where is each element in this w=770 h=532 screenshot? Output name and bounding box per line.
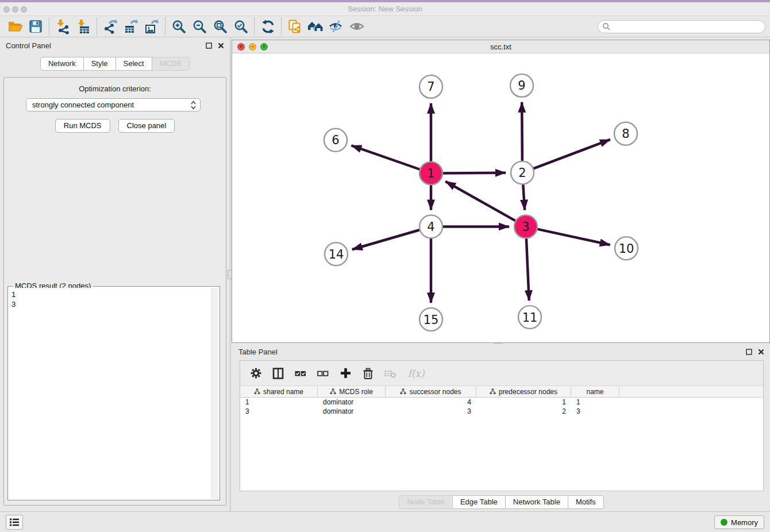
add-column-button[interactable] xyxy=(339,367,352,380)
zoom-in-button[interactable] xyxy=(168,17,189,36)
graph-node-6[interactable]: 6 xyxy=(324,129,347,152)
table-row[interactable]: 1 dominator 4 1 1 xyxy=(240,398,763,407)
delete-table-button[interactable] xyxy=(384,367,396,380)
close-panel-button[interactable]: Close panel xyxy=(118,119,175,133)
column-header-shared-name[interactable]: shared name xyxy=(240,386,318,397)
apply-layout-button[interactable] xyxy=(257,17,278,36)
cell-successor-nodes[interactable]: 4 xyxy=(386,398,476,407)
deselect-all-rows-button[interactable] xyxy=(317,367,329,380)
split-table-button[interactable] xyxy=(272,367,284,380)
cell-predecessor-nodes[interactable]: 2 xyxy=(476,407,571,416)
table-row[interactable]: 3 dominator 3 2 3 xyxy=(240,407,763,416)
tab-style[interactable]: Style xyxy=(84,57,116,71)
mcds-result-text[interactable]: 1 3 xyxy=(9,288,211,499)
select-all-rows-button[interactable] xyxy=(294,367,307,380)
column-header-name[interactable]: name xyxy=(571,386,619,397)
export-table-button[interactable] xyxy=(121,17,141,36)
svg-text:6: 6 xyxy=(332,133,339,147)
search-input[interactable] xyxy=(598,20,765,33)
float-panel-icon[interactable] xyxy=(206,43,212,49)
tab-node-table[interactable]: Node Table xyxy=(399,495,453,509)
network-canvas[interactable]: 7968124314101511 xyxy=(232,54,769,342)
function-builder-button[interactable]: f(x) xyxy=(406,367,426,380)
float-table-panel-icon[interactable] xyxy=(746,349,752,355)
zoom-selected-button[interactable] xyxy=(230,17,251,36)
graph-node-3[interactable]: 3 xyxy=(514,215,537,238)
cell-shared-name[interactable]: 3 xyxy=(240,407,318,416)
graph-edge-2-3[interactable] xyxy=(523,184,525,210)
cell-successor-nodes[interactable]: 3 xyxy=(386,407,476,416)
cell-mcds-role[interactable]: dominator xyxy=(318,407,386,416)
save-session-button[interactable] xyxy=(25,17,46,36)
graph-node-10[interactable]: 10 xyxy=(615,237,638,260)
import-network-button[interactable] xyxy=(52,17,73,36)
column-header-successor-nodes[interactable]: successor nodes xyxy=(386,386,476,397)
column-header-mcds-role[interactable]: MCDS role xyxy=(318,386,386,397)
zoom-out-button[interactable] xyxy=(189,17,210,36)
cell-name[interactable]: 1 xyxy=(571,398,619,407)
graph-node-9[interactable]: 9 xyxy=(510,74,533,97)
clone-network-button[interactable] xyxy=(284,17,305,36)
tab-network-table[interactable]: Network Table xyxy=(506,495,568,509)
graph-edge-2-9[interactable] xyxy=(522,102,522,161)
column-header-predecessor-nodes[interactable]: predecessor nodes xyxy=(476,386,571,397)
clone-network-icon xyxy=(287,18,303,34)
graph-edge-3-1[interactable] xyxy=(445,182,515,221)
hide-selected-button[interactable] xyxy=(326,17,346,36)
export-table-icon xyxy=(123,18,139,34)
optimization-criterion-select[interactable]: strongly connected component xyxy=(26,98,201,111)
graph-edge-3-11[interactable] xyxy=(526,238,529,300)
main-content: Control Panel Network Style Select MCDS xyxy=(0,38,770,511)
control-panel-tabs: Network Style Select MCDS xyxy=(0,57,230,71)
tab-motifs[interactable]: Motifs xyxy=(568,495,604,509)
graph-node-15[interactable]: 15 xyxy=(419,308,442,331)
memory-button[interactable]: Memory xyxy=(714,515,764,529)
zoom-fit-icon xyxy=(213,19,228,34)
export-network-button[interactable] xyxy=(100,17,121,36)
graph-edge-4-14[interactable] xyxy=(352,230,420,249)
result-scrollbar[interactable] xyxy=(211,288,218,499)
import-table-icon xyxy=(75,18,91,34)
svg-text:9: 9 xyxy=(518,79,525,92)
toolbar-separator xyxy=(97,18,97,35)
graph-edge-2-8[interactable] xyxy=(533,140,610,169)
task-history-button[interactable] xyxy=(6,515,23,530)
graph-node-8[interactable]: 8 xyxy=(614,122,637,145)
table-settings-button[interactable] xyxy=(249,367,262,380)
open-session-button[interactable] xyxy=(5,17,25,36)
cell-mcds-role[interactable]: dominator xyxy=(318,398,386,407)
tab-select[interactable]: Select xyxy=(116,57,152,71)
delete-columns-button[interactable] xyxy=(361,367,374,380)
graph-node-14[interactable]: 14 xyxy=(325,242,348,265)
table-panel-header: Table Panel xyxy=(233,344,770,359)
cell-predecessor-nodes[interactable]: 1 xyxy=(476,398,571,407)
tab-network[interactable]: Network xyxy=(40,57,84,71)
close-panel-icon[interactable] xyxy=(218,43,224,49)
network-window-titlebar[interactable]: ✕ − + scc.txt xyxy=(232,40,769,53)
zoom-fit-button[interactable] xyxy=(210,17,230,36)
graph-edge-1-2[interactable] xyxy=(442,173,506,174)
application-window: Session: New Session xyxy=(0,2,770,532)
graph-edge-3-10[interactable] xyxy=(537,229,610,245)
network-graph-svg[interactable]: 7968124314101511 xyxy=(232,54,769,342)
toolbar-separator xyxy=(254,18,255,35)
run-mcds-button[interactable]: Run MCDS xyxy=(55,119,110,133)
graph-node-2[interactable]: 2 xyxy=(511,161,534,184)
show-hidden-button[interactable] xyxy=(346,17,367,36)
tab-mcds[interactable]: MCDS xyxy=(152,57,190,71)
graph-edge-1-6[interactable] xyxy=(351,145,420,169)
column-label: predecessor nodes xyxy=(499,388,557,396)
export-image-button[interactable] xyxy=(141,17,162,36)
import-table-button[interactable] xyxy=(73,17,94,36)
close-table-panel-icon[interactable] xyxy=(758,349,764,355)
graph-node-11[interactable]: 11 xyxy=(518,306,541,329)
show-all-nodes-button[interactable] xyxy=(305,17,326,36)
graph-node-7[interactable]: 7 xyxy=(419,75,442,98)
column-label: shared name xyxy=(263,388,303,396)
search-icon xyxy=(602,22,611,31)
cell-shared-name[interactable]: 1 xyxy=(240,398,318,407)
cell-name[interactable]: 3 xyxy=(571,407,619,416)
graph-node-4[interactable]: 4 xyxy=(419,215,442,238)
graph-node-1[interactable]: 1 xyxy=(419,162,442,185)
tab-edge-table[interactable]: Edge Table xyxy=(453,495,506,509)
